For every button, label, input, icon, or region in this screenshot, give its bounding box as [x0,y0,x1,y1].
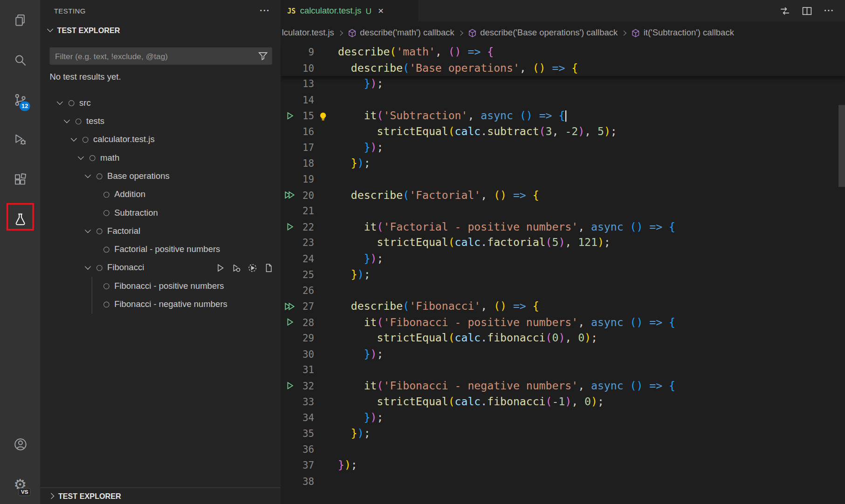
run-suite-icon[interactable] [284,302,296,311]
activitybar-run-and-debug[interactable] [0,120,41,160]
activitybar-search[interactable] [0,40,41,80]
code-line-26: 26 [281,282,845,298]
open-changes-icon[interactable] [780,6,790,16]
section-test-explorer[interactable]: TEST EXPLORER [41,21,281,39]
code-line-20: 20 describe('Factorial', () => { [281,187,845,203]
run-test-icon[interactable] [286,223,295,232]
chevron-wrap [82,230,96,232]
tree-item-subtraction[interactable]: Subtraction [41,204,281,222]
line-decorations [314,409,338,425]
line-decorations [314,251,338,266]
filter-input[interactable] [49,48,272,65]
activitybar-extensions[interactable] [0,159,41,199]
code-line-32: 32 it('Fibonacci - negative numbers', as… [281,378,845,394]
tree-item-src[interactable]: src [41,94,281,112]
activitybar-explorer[interactable] [0,0,41,40]
split-editor-icon[interactable] [802,6,812,16]
code-line-27: 27 describe('Fibonacci', () => { [281,299,845,314]
symbol-cube-icon [468,28,477,38]
chevron-wrap [62,120,76,123]
breadcrumb-item-1[interactable]: describe('math') callback [348,28,454,38]
symbol-cube-icon [348,28,357,38]
close-icon[interactable]: × [378,6,384,16]
code-text: }); [338,266,371,282]
line-number: 25 [299,269,314,280]
editor-actions: ··· [780,0,845,21]
line-number: 30 [299,348,314,360]
line-number: 27 [299,300,314,312]
code-area[interactable]: 9describe('math', () => {10 describe('Ba… [281,44,845,504]
run-gutter [281,318,299,327]
tree-item-fibonacci-negative-numbers[interactable]: Fibonacci - negative numbers [41,295,281,313]
symbol-cube-icon [631,28,640,38]
line-decorations [314,219,338,235]
code-text: }); [338,457,357,473]
tab-calculator-test-js[interactable]: JS calculator.test.js U × [281,0,418,21]
activitybar-settings[interactable]: ⚙VS [0,464,41,504]
run-test-icon[interactable] [286,111,295,120]
run-test-icon[interactable] [216,263,225,272]
filter-icon[interactable] [258,51,268,63]
chevron-right-icon [48,493,54,499]
editor-group: JS calculator.test.js U × ··· lculator.t… [281,0,845,504]
code-line-19: 19 [281,171,845,187]
code-line-9: 9describe('math', () => { [281,44,845,60]
tree-item-base-operations[interactable]: Base operations [41,167,281,185]
chevron-down-icon [85,264,91,270]
code-text: }); [338,346,383,362]
tree-item-calculator-test-js[interactable]: calculator.test.js [41,130,281,149]
tree-item-math[interactable]: math [41,149,281,167]
run-suite-icon[interactable] [284,191,296,200]
tree-item-addition[interactable]: Addition [41,185,281,204]
views-more-actions-icon[interactable]: ··· [260,7,270,15]
tree-item-label: Fibonacci [107,263,144,272]
more-actions-icon[interactable]: ··· [824,7,834,15]
go-to-test-icon[interactable] [264,263,274,272]
code-text: strictEqual(calc.factorial(5), 121); [338,235,611,251]
tree-item-label: Base operations [107,171,170,181]
tree-item-fibonacci[interactable]: Fibonacci [41,259,281,277]
activitybar-testing[interactable] [0,199,41,239]
line-number: 13 [299,78,314,89]
code-text: strictEqual(calc.fibonacci(-1), 0); [338,394,604,409]
line-decorations [314,76,338,92]
breadcrumb-item-3[interactable]: it('Subtraction') callback [631,28,734,38]
status-text: No test results yet. [49,72,271,84]
test-state-icon [69,100,75,106]
line-number: 29 [299,333,314,344]
run-test-icon[interactable] [286,381,295,390]
tree-item-factorial-positive-numbers[interactable]: Factorial - positive numbers [41,240,281,259]
line-decorations [314,123,338,139]
run-with-coverage-icon[interactable] [248,263,257,272]
text-cursor [565,110,566,122]
tree-item-tests[interactable]: tests [41,112,281,130]
section-test-explorer-collapsed[interactable]: TEST EXPLORER [41,487,281,504]
tree-item-label: Fibonacci - positive numbers [114,281,224,291]
breadcrumb-item-2[interactable]: describe('Base operations') callback [468,28,618,38]
test-state-icon [96,228,103,234]
code-line-29: 29 strictEqual(calc.fibonacci(0), 0); [281,330,845,346]
code-text: describe('Fibonacci', () => { [338,299,539,314]
line-decorations [314,394,338,409]
tree-item-factorial[interactable]: Factorial [41,222,281,240]
run-test-icon[interactable] [286,318,295,327]
line-decorations [314,457,338,473]
breadcrumb-separator-icon [621,30,626,35]
activitybar-accounts[interactable] [0,424,41,464]
editor-scrollbar[interactable] [838,44,845,504]
activitybar-source-control[interactable]: 12 [0,80,41,120]
bottom-section-label: TEST EXPLORER [58,492,121,501]
breadcrumb-item-0[interactable]: lculator.test.js [282,28,334,38]
test-state-icon [103,191,110,198]
breadcrumb-label: describe('math') callback [360,28,454,38]
tree-item-fibonacci-positive-numbers[interactable]: Fibonacci - positive numbers [41,277,281,295]
code-text: it('Fibonacci - negative numbers', async… [338,378,675,394]
line-decorations [314,378,338,394]
scrollbar-slider[interactable] [838,105,845,187]
line-number: 36 [299,443,314,455]
debug-test-icon[interactable] [232,263,241,272]
tree-item-label: Factorial [107,226,140,236]
line-decorations [314,139,338,155]
lightbulb-icon[interactable] [318,111,328,124]
code-line-13: 13 }); [281,76,845,92]
